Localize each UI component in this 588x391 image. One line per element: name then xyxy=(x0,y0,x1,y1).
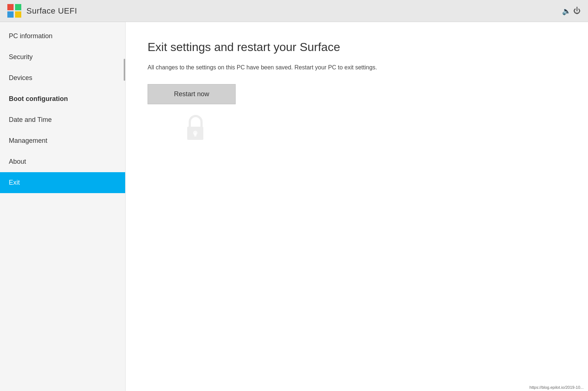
sidebar-item-about[interactable]: About xyxy=(0,151,125,172)
logo-tile-blue xyxy=(7,11,14,18)
sidebar-item-date-and-time[interactable]: Date and Time xyxy=(0,109,125,130)
main-container: PC information Security Devices Boot con… xyxy=(0,22,588,391)
sidebar: PC information Security Devices Boot con… xyxy=(0,22,126,391)
sidebar-item-devices[interactable]: Devices xyxy=(0,68,125,88)
page-title: Exit settings and restart your Surface xyxy=(148,40,566,54)
restart-now-button[interactable]: Restart now xyxy=(148,84,236,104)
logo-tile-yellow xyxy=(15,11,21,18)
sidebar-item-security[interactable]: Security xyxy=(0,47,125,68)
decoration-lock xyxy=(184,114,206,145)
status-text: https://blog.epilot.io/2019-10... xyxy=(530,385,584,390)
content-description: All changes to the settings on this PC h… xyxy=(148,64,566,71)
content-area: Exit settings and restart your Surface A… xyxy=(126,22,588,391)
svg-rect-2 xyxy=(194,133,196,137)
logo-tile-red xyxy=(7,4,14,10)
sidebar-item-management[interactable]: Management xyxy=(0,130,125,151)
app-title: Surface UEFI xyxy=(26,6,77,16)
sidebar-scrollbar xyxy=(124,59,125,81)
sidebar-item-boot-configuration[interactable]: Boot configuration xyxy=(0,88,125,109)
lock-icon xyxy=(184,114,206,143)
header: Surface UEFI 🔈 ⏻ xyxy=(0,0,588,22)
power-icon[interactable]: ⏻ xyxy=(573,7,581,15)
logo-tile-green xyxy=(15,4,21,10)
status-bar: https://blog.epilot.io/2019-10... xyxy=(525,384,588,391)
header-left: Surface UEFI xyxy=(7,4,77,18)
sidebar-item-pc-information[interactable]: PC information xyxy=(0,26,125,47)
sidebar-item-exit[interactable]: Exit xyxy=(0,172,125,193)
windows-logo xyxy=(7,4,21,18)
volume-icon[interactable]: 🔈 xyxy=(562,7,571,15)
header-icons: 🔈 ⏻ xyxy=(562,7,581,15)
